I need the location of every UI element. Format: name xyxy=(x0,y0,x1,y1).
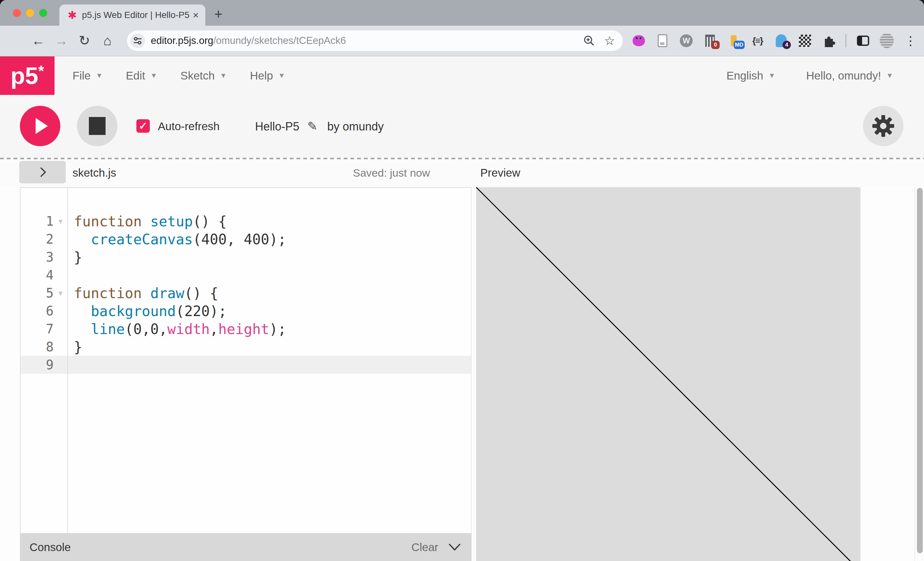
forward-icon[interactable]: → xyxy=(54,34,69,48)
scrollbar-thumb[interactable] xyxy=(917,188,923,553)
console-expand-chevron-icon[interactable] xyxy=(447,542,462,552)
code-line: 5▼function draw() { xyxy=(21,284,471,302)
code-text: function draw() { xyxy=(68,285,218,301)
browser-tab[interactable]: ✱ p5.js Web Editor | Hello-P5 × xyxy=(59,4,206,25)
code-editor[interactable]: 1▼function setup() {2 createCanvas(400, … xyxy=(20,187,472,533)
code-line: 4 xyxy=(21,266,471,284)
url-host: editor.p5js.org xyxy=(151,35,213,46)
minimize-window-button[interactable] xyxy=(26,9,34,17)
sidebar-collapse-button[interactable] xyxy=(19,161,66,183)
reload-icon[interactable]: ↻ xyxy=(77,34,92,48)
code-text: } xyxy=(68,339,82,355)
line-number: 9 xyxy=(21,358,54,372)
line-number: 1 xyxy=(21,214,54,229)
line-number: 4 xyxy=(21,268,54,283)
fold-arrow-icon[interactable]: ▼ xyxy=(54,289,68,297)
side-panel-icon[interactable] xyxy=(856,33,870,48)
w-extension-icon[interactable]: W xyxy=(679,33,693,48)
menu-sketch[interactable]: Sketch▼ xyxy=(180,69,227,82)
new-tab-button[interactable]: + xyxy=(214,7,223,21)
browser-toolbar: ← → ↻ ⌂ editor.p5js.org/omundy/sketches/… xyxy=(0,25,924,57)
settings-button[interactable] xyxy=(863,106,903,146)
gear-icon xyxy=(871,114,896,138)
home-icon[interactable]: ⌂ xyxy=(100,34,115,48)
extensions-puzzle-icon[interactable] xyxy=(822,33,836,48)
code-text: createCanvas(400, 400); xyxy=(68,231,286,247)
fold-arrow-icon[interactable]: ▼ xyxy=(54,217,68,225)
pig-extension-icon[interactable] xyxy=(632,33,646,48)
address-bar[interactable]: editor.p5js.org/omundy/sketches/tCEepAck… xyxy=(127,30,623,51)
profile-avatar[interactable] xyxy=(880,33,894,48)
console-bar: Console Clear xyxy=(20,533,472,561)
code-line: 6 background(220); xyxy=(21,302,471,320)
close-window-button[interactable] xyxy=(13,9,21,17)
url-path: /omundy/sketches/tCEepAck6 xyxy=(213,35,346,46)
main-menu: File▼ Edit▼ Sketch▼ Help▼ xyxy=(72,69,285,82)
document-extension-icon[interactable] xyxy=(656,33,670,48)
menu-edit[interactable]: Edit▼ xyxy=(126,69,157,82)
p5-logo[interactable]: p5* xyxy=(0,57,54,95)
code-line: 8} xyxy=(21,338,471,356)
tab-title: p5.js Web Editor | Hello-P5 xyxy=(82,10,190,20)
auto-refresh-checkbox[interactable]: ✓ xyxy=(136,119,150,133)
tab-close-icon[interactable]: × xyxy=(193,9,199,21)
sketch-toolbar: ✓ Auto-refresh Hello-P5 ✎ by omundy xyxy=(0,95,924,158)
extension-strip: W 0 MD {≡} 4 ⋮ xyxy=(632,33,918,48)
bookmark-star-icon[interactable]: ☆ xyxy=(604,34,615,47)
user-menu[interactable]: Hello, omundy!▼ xyxy=(806,69,893,82)
code-text: line(0,0,width,height); xyxy=(68,321,286,337)
ghost-badge: 4 xyxy=(783,41,791,49)
p5-favicon-icon: ✱ xyxy=(68,10,77,21)
zoom-extension-icon[interactable] xyxy=(798,33,812,48)
browser-menu-icon[interactable]: ⋮ xyxy=(903,33,918,48)
line-number: 8 xyxy=(21,340,54,354)
chevron-down-icon: ▼ xyxy=(278,72,285,80)
console-clear-button[interactable]: Clear xyxy=(411,541,438,554)
console-title: Console xyxy=(30,541,70,554)
chevron-down-icon: ▼ xyxy=(150,72,158,80)
code-text: function setup() { xyxy=(68,213,227,229)
language-selector[interactable]: English▼ xyxy=(726,69,776,82)
url-text[interactable]: editor.p5js.org/omundy/sketches/tCEepAck… xyxy=(151,35,583,46)
byline: by omundy xyxy=(327,120,384,133)
archive-extension-icon[interactable]: 0 xyxy=(703,33,717,48)
code-lines: 1▼function setup() {2 createCanvas(400, … xyxy=(21,212,471,374)
markdown-extension-icon[interactable]: MD xyxy=(727,33,741,48)
auto-refresh-label: Auto-refresh xyxy=(158,120,220,133)
line-number: 7 xyxy=(21,322,54,336)
stop-icon xyxy=(89,117,105,135)
chevron-down-icon: ▼ xyxy=(886,72,893,80)
ghost-extension-icon[interactable]: 4 xyxy=(774,33,788,48)
code-text: background(220); xyxy=(68,303,227,319)
code-line: 7 line(0,0,width,height); xyxy=(21,320,471,338)
stop-button[interactable] xyxy=(77,106,117,146)
back-icon[interactable]: ← xyxy=(31,34,45,48)
scrollbar-track[interactable] xyxy=(914,187,924,561)
file-tab-sketch-js[interactable]: sketch.js xyxy=(72,166,116,179)
json-extension-icon[interactable]: {≡} xyxy=(750,33,765,48)
browser-tab-bar: ✱ p5.js Web Editor | Hello-P5 × + xyxy=(0,0,924,25)
sketch-name: Hello-P5 xyxy=(255,120,299,133)
saved-status: Saved: just now xyxy=(353,167,430,179)
p5-header: p5* File▼ Edit▼ Sketch▼ Help▼ English▼ H… xyxy=(0,57,924,95)
gutter-separator xyxy=(68,188,68,533)
zoom-window-button[interactable] xyxy=(39,9,47,17)
play-button[interactable] xyxy=(20,106,60,146)
main-content: 1▼function setup() {2 createCanvas(400, … xyxy=(0,187,924,561)
author-link[interactable]: omundy xyxy=(343,120,384,133)
code-text: } xyxy=(68,249,82,265)
code-line: 2 createCanvas(400, 400); xyxy=(21,230,471,248)
line-number: 6 xyxy=(21,304,54,318)
chevron-down-icon: ▼ xyxy=(220,72,227,80)
site-settings-icon[interactable] xyxy=(130,33,145,48)
edit-name-pencil-icon[interactable]: ✎ xyxy=(308,119,318,133)
md-badge: MD xyxy=(734,41,745,49)
zoom-page-icon[interactable] xyxy=(583,34,595,47)
preview-label: Preview xyxy=(480,166,520,179)
code-line: 3} xyxy=(21,248,471,266)
menu-file[interactable]: File▼ xyxy=(72,69,103,82)
browser-window: ✱ p5.js Web Editor | Hello-P5 × + ← → ↻ … xyxy=(0,0,924,561)
diagonal-line xyxy=(476,187,861,561)
line-number: 2 xyxy=(21,232,54,247)
menu-help[interactable]: Help▼ xyxy=(250,69,285,82)
